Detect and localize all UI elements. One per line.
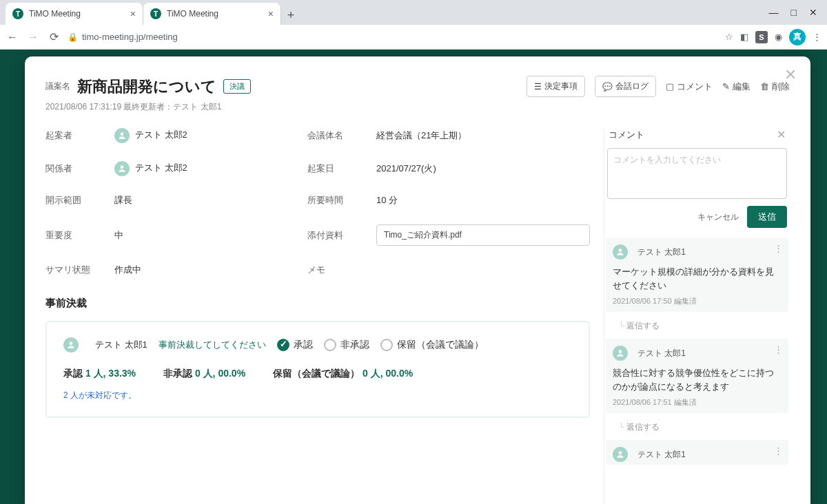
tab-close-icon[interactable]: × (130, 8, 136, 19)
comment-menu-icon[interactable]: ⋮ (774, 243, 783, 253)
tab-bar: T TiMO Meeting × T TiMO Meeting × + — □ … (0, 0, 827, 25)
browser-tab-active[interactable]: T TiMO Meeting × (6, 3, 143, 25)
svg-point-4 (619, 350, 622, 353)
browser-chrome: T TiMO Meeting × T TiMO Meeting × + — □ … (0, 0, 827, 50)
svg-point-2 (70, 342, 73, 345)
value-summary-status: 作成中 (114, 264, 294, 276)
radio-hold[interactable]: 保留（会議で議論） (380, 339, 484, 351)
details-grid: 起案者 テスト 太郎2 会議体名 経営会議（21年上期） 関係者 テスト 太郎2… (45, 128, 590, 276)
value-disclosure: 課長 (114, 194, 294, 207)
label-attachment: 添付資料 (307, 229, 363, 242)
comment-panel-close-icon[interactable]: ✕ (777, 128, 786, 141)
value-proposer: テスト 太郎2 (114, 128, 294, 143)
approval-section-title: 事前決裁 (45, 297, 590, 310)
tab-close-icon[interactable]: × (268, 8, 274, 19)
modal-toolbar: ☰決定事項 💬会話ログ ▢コメント ✎編集 🗑削除 (527, 76, 790, 97)
page-title: 新商品開発について (77, 76, 216, 97)
comment-reply-button[interactable]: 返信する (604, 417, 790, 440)
value-participants: テスト 太郎2 (114, 161, 294, 176)
minimize-icon[interactable]: — (769, 7, 779, 18)
approval-message: 事前決裁してしてください (159, 339, 266, 351)
address-bar: ← → ⟳ 🔒 timo-meeting.jp/meeting ☆ ◧ S ◉ … (0, 25, 827, 50)
chat-icon: 💬 (602, 82, 613, 92)
tab-title: TiMO Meeting (167, 9, 218, 19)
radio-reject[interactable]: 非承認 (324, 339, 369, 351)
modal-main: 起案者 テスト 太郎2 会議体名 経営会議（21年上期） 関係者 テスト 太郎2… (45, 128, 590, 504)
label-memo: メモ (307, 264, 363, 276)
comment-panel: コメント ✕ コメントを入力してください キャンセル 送信 ⋮ テスト 太郎1 … (604, 128, 790, 504)
modal-close-icon[interactable]: ✕ (784, 66, 797, 84)
comment-menu-icon[interactable]: ⋮ (774, 445, 783, 456)
svg-point-0 (121, 132, 124, 136)
comment-item: ⋮ テスト 太郎1 競合性に対する競争優位性をどこに持つのかが論点になると考えま… (606, 339, 788, 413)
trash-icon: 🗑 (760, 81, 769, 92)
comment-item: ⋮ テスト 太郎1 (606, 440, 788, 465)
title-prefix-label: 議案名 (45, 81, 70, 92)
call-log-button[interactable]: 💬会話ログ (595, 76, 656, 97)
comment-input[interactable]: コメントを入力してください (607, 148, 787, 199)
meeting-modal: ✕ 議案名 新商品開発について 決議 ☰決定事項 💬会話ログ ▢コメント ✎編集… (25, 56, 810, 504)
star-icon[interactable]: ☆ (725, 32, 733, 42)
svg-point-1 (121, 165, 124, 169)
browser-tab[interactable]: T TiMO Meeting × (143, 3, 281, 25)
url-field[interactable]: 🔒 timo-meeting.jp/meeting (68, 32, 718, 42)
reload-icon[interactable]: ⟳ (47, 30, 61, 43)
tab-title: TiMO Meeting (29, 9, 81, 19)
label-proposer: 起案者 (45, 129, 101, 142)
comment-menu-icon[interactable]: ⋮ (774, 344, 783, 355)
modal-title-bar: 議案名 新商品開発について 決議 ☰決定事項 💬会話ログ ▢コメント ✎編集 🗑… (45, 76, 790, 97)
browser-extensions: ☆ ◧ S ◉ 真 ⋮ (725, 29, 821, 45)
comment-panel-title: コメント (609, 129, 644, 141)
comment-icon: ▢ (666, 81, 674, 92)
label-meeting-body: 会議体名 (307, 129, 363, 142)
comment-text: 競合性に対する競争優位性をどこに持つのかが論点になると考えます (613, 366, 782, 393)
decisions-button[interactable]: ☰決定事項 (527, 76, 585, 97)
extension-icon[interactable]: ◉ (775, 32, 782, 42)
radio-approve[interactable]: 承認 (277, 339, 313, 351)
avatar-icon (613, 346, 628, 361)
svg-point-3 (619, 249, 622, 252)
pencil-icon: ✎ (722, 81, 730, 92)
kebab-menu-icon[interactable]: ⋮ (813, 32, 821, 42)
comment-author: テスト 太郎1 (637, 449, 686, 461)
app-background: ✕ 議案名 新商品開発について 決議 ☰決定事項 💬会話ログ ▢コメント ✎編集… (0, 50, 827, 504)
avatar-icon (114, 161, 130, 176)
pending-note: 2 人が未対応です。 (63, 390, 572, 401)
value-meeting-body: 経営会議（21年上期） (376, 129, 590, 142)
avatar-icon (63, 337, 79, 353)
label-proposed-date: 起案日 (307, 162, 363, 175)
label-importance: 重要度 (45, 229, 101, 242)
favicon-icon: T (12, 8, 23, 19)
label-participants: 関係者 (45, 162, 101, 175)
edit-button[interactable]: ✎編集 (722, 81, 751, 93)
profile-avatar[interactable]: 真 (789, 29, 806, 45)
forward-icon[interactable]: → (26, 31, 40, 43)
comment-author: テスト 太郎1 (637, 348, 686, 359)
last-updated: 2021/08/06 17:31:19 最終更新者：テスト 太郎1 (45, 101, 790, 113)
avatar-icon (114, 128, 130, 143)
close-window-icon[interactable]: ✕ (809, 7, 817, 18)
extension-icon[interactable]: ◧ (740, 32, 748, 42)
comment-send-button[interactable]: 送信 (747, 206, 787, 228)
new-tab-button[interactable]: + (281, 6, 300, 25)
back-icon[interactable]: ← (6, 31, 19, 43)
maximize-icon[interactable]: □ (791, 7, 797, 18)
value-proposed-date: 2021/07/27(火) (376, 162, 590, 175)
approval-request-row: テスト 太郎1 事前決裁してしてください 承認 非承認 保留（会議で議論） (63, 337, 572, 353)
comment-reply-button[interactable]: 返信する (604, 316, 790, 339)
lock-icon: 🔒 (68, 32, 78, 42)
comment-timestamp: 2021/08/06 17:50 編集済 (613, 296, 782, 306)
extension-badge[interactable]: S (755, 31, 768, 43)
attachment-file[interactable]: Timo_ご紹介資料.pdf (376, 224, 590, 246)
comment-text: マーケット規模の詳細が分かる資料を見せてください (613, 265, 782, 292)
status-badge: 決議 (223, 79, 251, 94)
value-importance: 中 (114, 229, 294, 242)
comment-button[interactable]: ▢コメント (666, 81, 713, 93)
label-disclosure: 開示範囲 (45, 194, 101, 207)
url-text: timo-meeting.jp/meeting (82, 32, 178, 42)
approval-user: テスト 太郎1 (95, 339, 147, 351)
approval-box: テスト 太郎1 事前決裁してしてください 承認 非承認 保留（会議で議論） 承認… (45, 321, 590, 418)
approval-stats: 承認 1 人, 33.3% 非承認 0 人, 00.0% 保留（会議で議論） 0… (63, 368, 572, 380)
comment-cancel-button[interactable]: キャンセル (697, 211, 739, 223)
label-duration: 所要時間 (307, 194, 363, 207)
